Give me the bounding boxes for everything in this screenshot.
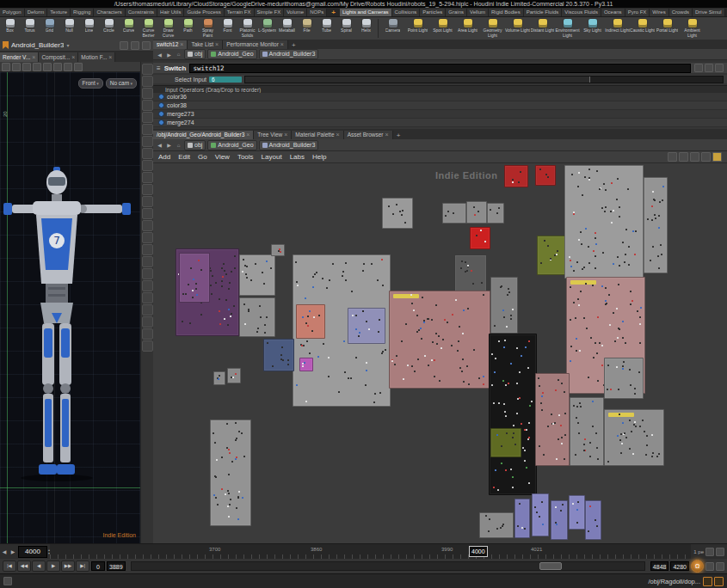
tool-l-system[interactable]: L-System — [257, 17, 277, 40]
tool-caustic-light[interactable]: Caustic Light — [630, 17, 655, 40]
timeline-ruler[interactable]: 37003860399040214000 — [50, 544, 691, 559]
shelf-tab-nops[interactable]: NOPs — [307, 9, 327, 16]
network-box[interactable] — [604, 409, 664, 466]
new-tab-icon[interactable]: + — [393, 132, 404, 139]
shelf-tab-rigid-bodies[interactable]: Rigid Bodies — [489, 9, 524, 16]
nav-back-icon[interactable]: ◀ — [156, 52, 163, 58]
transport-button[interactable]: ▶▶ — [61, 560, 75, 572]
nav-forward-icon[interactable]: ▶ — [165, 52, 173, 58]
select-icon[interactable] — [2, 63, 10, 71]
pane-tab-motion-f[interactable]: Motion F...× — [78, 52, 115, 62]
help-icon[interactable] — [715, 64, 724, 72]
message-log-icon[interactable] — [714, 577, 724, 586]
thumbnail-icon[interactable] — [690, 152, 699, 162]
snap-icon[interactable] — [142, 148, 153, 159]
shelf-tab-guide-process[interactable]: Guide Process — [184, 9, 224, 16]
close-icon[interactable]: × — [108, 52, 112, 62]
shelf-tab-rigging[interactable]: Rigging — [71, 9, 94, 16]
lock-icon[interactable] — [142, 304, 153, 315]
tool-path[interactable]: Path — [178, 17, 198, 40]
rotate-icon[interactable] — [22, 63, 31, 71]
shelf-tab-viscous-fluids[interactable]: Viscous Fluids — [562, 9, 601, 16]
tool-box[interactable]: Box — [0, 17, 20, 40]
network-box[interactable] — [299, 358, 313, 371]
tab-obj-android-geo-android-builder3[interactable]: /obj/Android_Geo/Android_Builder3× — [153, 131, 254, 139]
range-end-field[interactable]: 4280 — [670, 561, 689, 571]
shelf-tab-pyro-fx[interactable]: Pyro FX — [625, 9, 650, 16]
network-status-icon[interactable] — [703, 577, 712, 586]
wireframe-icon[interactable] — [142, 196, 153, 207]
chevron-down-icon[interactable]: ▾ — [66, 42, 69, 48]
range-end-field[interactable]: 4848 — [650, 561, 669, 571]
new-tab-icon[interactable]: + — [288, 41, 299, 49]
tool-draw-curve[interactable]: Draw Curve — [158, 17, 178, 40]
tool-indirect-light[interactable]: Indirect Light — [605, 17, 630, 40]
shelf-tab-particle-fluids[interactable]: Particle Fluids — [524, 9, 563, 16]
view-menu-no-cam[interactable]: No cam — [106, 78, 137, 89]
auto-key-icon[interactable] — [705, 562, 714, 571]
robot-figure[interactable]: 7 — [0, 167, 138, 485]
shade-icon[interactable] — [142, 184, 153, 195]
tab-switch12[interactable]: switch12× — [153, 40, 188, 49]
network-box[interactable] — [570, 397, 604, 466]
display-icon[interactable] — [142, 172, 153, 183]
network-canvas[interactable]: Indie Edition — [153, 163, 727, 543]
shelf-tab-simple-fx[interactable]: Simple FX — [255, 9, 285, 16]
network-box[interactable] — [644, 177, 668, 273]
network-box[interactable] — [535, 373, 570, 466]
tool-font[interactable]: Font — [218, 17, 237, 40]
tool-grid[interactable]: Grid — [40, 17, 59, 40]
render-icon[interactable] — [142, 232, 153, 243]
layout-icon[interactable] — [142, 328, 153, 340]
transport-button[interactable]: ◀ — [32, 560, 46, 572]
camera-lock-icon[interactable] — [74, 63, 83, 71]
tool-distant-light[interactable]: Distant Light — [530, 17, 555, 40]
close-icon[interactable]: × — [284, 131, 287, 139]
tab-material-palette[interactable]: Material Palette× — [292, 131, 343, 139]
pin-icon[interactable] — [694, 64, 703, 72]
view-menu-front[interactable]: Front — [78, 78, 103, 89]
shelf-tab-particles[interactable]: Particles — [420, 9, 446, 16]
grid-snap-icon[interactable] — [701, 152, 711, 162]
network-box[interactable] — [514, 499, 530, 538]
network-box[interactable] — [479, 512, 514, 538]
tool-spiral[interactable]: Spiral — [336, 17, 356, 40]
frame-nav-button[interactable]: ◀ — [0, 548, 9, 554]
shelf-tab-crowds[interactable]: Crowds — [669, 9, 693, 16]
tab-tree-view[interactable]: Tree View× — [254, 131, 292, 139]
network-box[interactable] — [487, 203, 504, 224]
pin-icon[interactable] — [142, 316, 153, 328]
shelf-tab-hair-utils[interactable]: Hair Utils — [157, 9, 184, 16]
tool-circle[interactable]: Circle — [99, 17, 119, 40]
keyframe-magnet-button[interactable]: Ω — [691, 560, 704, 573]
gear-icon[interactable] — [705, 64, 713, 72]
menu-view[interactable]: View — [215, 153, 230, 161]
crumb-android-builder3[interactable]: Android_Builder3 — [259, 49, 319, 59]
shelf-add-icon[interactable]: + — [327, 9, 340, 16]
nav-home-icon[interactable]: ⌂ — [175, 143, 182, 148]
camera-icon[interactable] — [142, 208, 153, 219]
input-operator-row[interactable]: merge273 — [153, 110, 727, 119]
param-menu-icon[interactable]: ≡ — [157, 64, 161, 72]
range-slider-handle[interactable] — [539, 562, 562, 570]
tab-performance-monitor[interactable]: Performance Monitor× — [223, 40, 288, 49]
tool-sky-light[interactable]: Sky Light — [580, 17, 605, 40]
transport-button[interactable]: ◀◀ — [17, 560, 31, 572]
network-box[interactable] — [564, 165, 644, 279]
close-icon[interactable]: × — [385, 131, 389, 139]
menu-edit[interactable]: Edit — [178, 153, 190, 161]
status-menu-icon[interactable] — [3, 577, 12, 585]
node-name-field[interactable]: switch12 — [189, 64, 691, 73]
pane-flag-icon[interactable] — [3, 41, 9, 49]
grid-icon[interactable] — [53, 63, 62, 71]
network-box[interactable] — [604, 358, 644, 399]
tool-ambient-light[interactable]: Ambient Light — [680, 17, 705, 40]
move-icon[interactable] — [12, 63, 21, 71]
tool-environment-light[interactable]: Environment Light — [555, 17, 580, 40]
shade-icon[interactable] — [64, 63, 72, 71]
close-icon[interactable]: × — [336, 131, 340, 139]
network-box[interactable] — [585, 500, 601, 540]
network-box[interactable] — [210, 420, 251, 526]
tool-file[interactable]: File — [297, 17, 317, 40]
tool-portal-light[interactable]: Portal Light — [655, 17, 680, 40]
